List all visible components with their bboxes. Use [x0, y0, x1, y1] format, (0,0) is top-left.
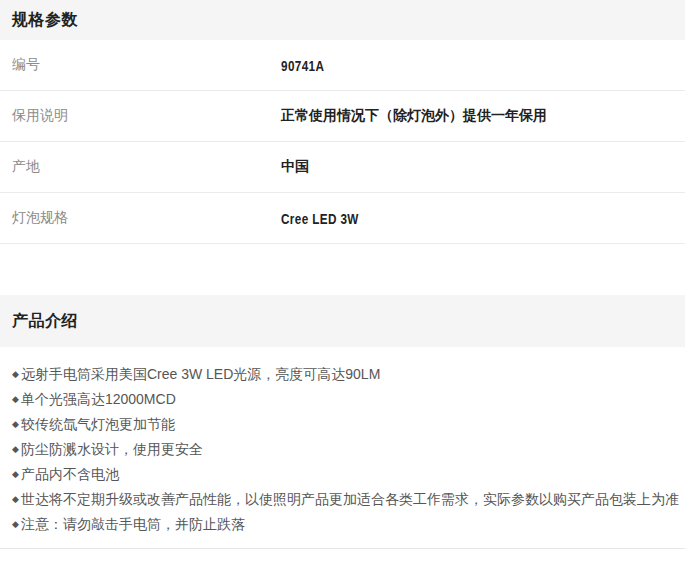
intro-bullet-item: ◆防尘防溅水设计，使用更安全 [12, 440, 673, 458]
spec-row-value: 90741A [281, 57, 324, 74]
intro-item-text: 较传统氙气灯泡更加节能 [21, 416, 175, 432]
diamond-bullet-icon: ◆ [12, 419, 19, 429]
intro-bullet-item: ◆较传统氙气灯泡更加节能 [12, 415, 673, 433]
diamond-bullet-icon: ◆ [12, 494, 19, 504]
intro-section-header: 产品介绍 [0, 295, 685, 347]
diamond-bullet-icon: ◆ [12, 444, 19, 454]
intro-item-text: 世达将不定期升级或改善产品性能，以使照明产品更加适合各类工作需求，实际参数以购买… [21, 491, 679, 507]
spec-row-value: 正常使用情况下（除灯泡外）提供一年保用 [281, 107, 547, 125]
diamond-bullet-icon: ◆ [12, 469, 19, 479]
spec-section-header: 规格参数 [0, 0, 685, 40]
intro-bullet-item: ◆单个光强高达12000MCD [12, 390, 673, 408]
intro-item-text: 产品内不含电池 [21, 466, 119, 482]
diamond-bullet-icon: ◆ [12, 519, 19, 529]
intro-bullet-item: ◆远射手电筒采用美国Cree 3W LED光源，亮度可高达90LM [12, 365, 673, 383]
spec-table-row: 保用说明 正常使用情况下（除灯泡外）提供一年保用 [0, 91, 685, 142]
spec-row-value: 中国 [281, 158, 309, 176]
diamond-bullet-icon: ◆ [12, 394, 19, 404]
spec-row-label: 灯泡规格 [0, 209, 281, 227]
spec-table-row: 产地 中国 [0, 142, 685, 193]
spec-row-value: Cree LED 3W [281, 210, 359, 227]
intro-bullet-item: ◆世达将不定期升级或改善产品性能，以使照明产品更加适合各类工作需求，实际参数以购… [12, 490, 673, 508]
spec-row-label: 保用说明 [0, 107, 281, 125]
intro-section-title: 产品介绍 [12, 311, 78, 332]
spec-table-row: 灯泡规格 Cree LED 3W [0, 193, 685, 244]
spec-row-label: 编号 [0, 56, 281, 74]
intro-bullet-list: ◆远射手电筒采用美国Cree 3W LED光源，亮度可高达90LM ◆单个光强高… [0, 347, 685, 533]
section-spacer [0, 244, 685, 295]
intro-bullet-item: ◆产品内不含电池 [12, 465, 673, 483]
intro-bullet-item: ◆注意：请勿敲击手电筒，并防止跌落 [12, 515, 673, 533]
intro-item-text: 防尘防溅水设计，使用更安全 [21, 441, 203, 457]
spec-table-row: 编号 90741A [0, 40, 685, 91]
intro-item-text: 远射手电筒采用美国Cree 3W LED光源，亮度可高达90LM [21, 366, 380, 382]
intro-item-text: 单个光强高达12000MCD [21, 391, 176, 407]
intro-item-text: 注意：请勿敲击手电筒，并防止跌落 [21, 516, 245, 532]
diamond-bullet-icon: ◆ [12, 369, 19, 379]
spec-table: 编号 90741A 保用说明 正常使用情况下（除灯泡外）提供一年保用 产地 中国… [0, 40, 685, 244]
bottom-section-divider [0, 548, 685, 549]
spec-section-title: 规格参数 [12, 10, 78, 31]
spec-row-label: 产地 [0, 158, 281, 176]
